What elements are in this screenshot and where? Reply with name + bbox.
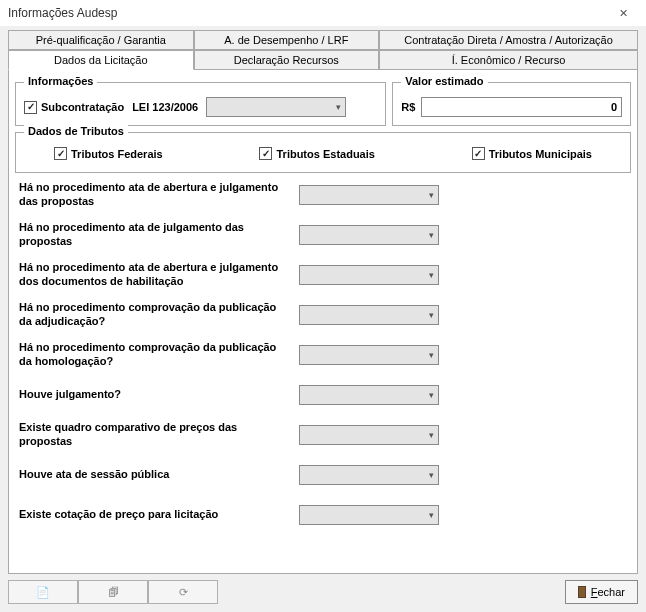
checkbox-tributos-municipais[interactable]: Tributos Municipais: [472, 147, 592, 160]
question-select-1[interactable]: ▾: [299, 225, 439, 245]
checkbox-federais-box: [54, 147, 67, 160]
question-row: Há no procedimento comprovação da public…: [19, 341, 627, 369]
question-row: Há no procedimento comprovação da public…: [19, 301, 627, 329]
questions-list: Há no procedimento ata de abertura e jul…: [15, 173, 631, 529]
question-label: Houve ata de sessão pública: [19, 468, 299, 482]
question-select-3[interactable]: ▾: [299, 305, 439, 325]
question-select-2[interactable]: ▾: [299, 265, 439, 285]
checkbox-federais-label: Tributos Federais: [71, 148, 163, 160]
question-select-4[interactable]: ▾: [299, 345, 439, 365]
checkbox-municipais-box: [472, 147, 485, 160]
fieldset-informacoes: Informações Subcontratação LEI 123/2006 …: [15, 82, 386, 126]
chevron-down-icon: ▾: [336, 102, 341, 112]
titlebar: Informações Audesp ✕: [0, 0, 646, 26]
checkbox-tributos-estaduais[interactable]: Tributos Estaduais: [259, 147, 374, 160]
close-button[interactable]: ✕: [608, 3, 638, 23]
checkbox-estaduais-box: [259, 147, 272, 160]
question-row: Há no procedimento ata de julgamento das…: [19, 221, 627, 249]
chevron-down-icon: ▾: [429, 390, 434, 400]
checkbox-subcontratacao-label: Subcontratação: [41, 101, 124, 113]
fechar-label: Fechar: [591, 586, 625, 598]
checkbox-estaduais-label: Tributos Estaduais: [276, 148, 374, 160]
checkbox-subcontratacao-box: [24, 101, 37, 114]
toolbar-button-1[interactable]: 📄: [8, 580, 78, 604]
question-row: Há no procedimento ata de abertura e jul…: [19, 261, 627, 289]
question-row: Houve ata de sessão pública ▾: [19, 461, 627, 489]
question-label: Há no procedimento ata de abertura e jul…: [19, 181, 299, 209]
legend-tributos: Dados de Tributos: [24, 125, 128, 137]
window: Informações Audesp ✕ Pré-qualificação / …: [0, 0, 646, 612]
chevron-down-icon: ▾: [429, 190, 434, 200]
tab-dados-licitacao[interactable]: Dados da Licitação: [8, 50, 194, 70]
legend-valor: Valor estimado: [401, 75, 487, 87]
question-label: Existe cotação de preço para licitação: [19, 508, 299, 522]
tab-content: Informações Subcontratação LEI 123/2006 …: [8, 70, 638, 574]
toolbar-button-2[interactable]: 🗐: [78, 580, 148, 604]
chevron-down-icon: ▾: [429, 470, 434, 480]
door-icon: [578, 586, 586, 598]
question-label: Há no procedimento ata de julgamento das…: [19, 221, 299, 249]
question-row: Houve julgamento? ▾: [19, 381, 627, 409]
question-row: Existe cotação de preço para licitação ▾: [19, 501, 627, 529]
question-label: Existe quadro comparativo de preços das …: [19, 421, 299, 449]
question-label: Há no procedimento ata de abertura e jul…: [19, 261, 299, 289]
checkbox-tributos-federais[interactable]: Tributos Federais: [54, 147, 163, 160]
toolbar-button-3[interactable]: ⟳: [148, 580, 218, 604]
legend-informacoes: Informações: [24, 75, 97, 87]
copy-icon: 🗐: [108, 586, 119, 598]
question-label: Há no procedimento comprovação da public…: [19, 301, 299, 329]
refresh-icon: ⟳: [179, 586, 188, 599]
question-label: Há no procedimento comprovação da public…: [19, 341, 299, 369]
question-select-5[interactable]: ▾: [299, 385, 439, 405]
currency-label: R$: [401, 101, 415, 113]
footer: 📄 🗐 ⟳ Fechar: [0, 574, 646, 612]
chevron-down-icon: ▾: [429, 230, 434, 240]
tab-desempenho-lrf[interactable]: A. de Desempenho / LRF: [194, 30, 380, 50]
tab-economico-recurso[interactable]: Í. Econômico / Recurso: [379, 50, 638, 70]
informacoes-inner: Subcontratação LEI 123/2006 ▾: [24, 91, 377, 117]
checkbox-municipais-label: Tributos Municipais: [489, 148, 592, 160]
fechar-button[interactable]: Fechar: [565, 580, 638, 604]
tab-prequalificacao[interactable]: Pré-qualificação / Garantia: [8, 30, 194, 50]
lei-label: LEI 123/2006: [132, 101, 198, 113]
chevron-down-icon: ▾: [429, 350, 434, 360]
checkbox-subcontratacao[interactable]: Subcontratação: [24, 101, 124, 114]
document-icon: 📄: [36, 586, 50, 599]
question-row: Há no procedimento ata de abertura e jul…: [19, 181, 627, 209]
question-select-0[interactable]: ▾: [299, 185, 439, 205]
chevron-down-icon: ▾: [429, 430, 434, 440]
chevron-down-icon: ▾: [429, 270, 434, 280]
question-label: Houve julgamento?: [19, 388, 299, 402]
question-select-6[interactable]: ▾: [299, 425, 439, 445]
question-select-7[interactable]: ▾: [299, 465, 439, 485]
chevron-down-icon: ▾: [429, 310, 434, 320]
select-lei-123-2006[interactable]: ▾: [206, 97, 346, 117]
chevron-down-icon: ▾: [429, 510, 434, 520]
tab-container: Pré-qualificação / Garantia A. de Desemp…: [0, 26, 646, 70]
tab-row-1: Pré-qualificação / Garantia A. de Desemp…: [8, 30, 638, 50]
top-row: Informações Subcontratação LEI 123/2006 …: [15, 76, 631, 126]
valor-inner: R$ 0: [401, 91, 622, 117]
question-row: Existe quadro comparativo de preços das …: [19, 421, 627, 449]
question-select-8[interactable]: ▾: [299, 505, 439, 525]
fieldset-valor-estimado: Valor estimado R$ 0: [392, 82, 631, 126]
valor-input[interactable]: 0: [421, 97, 622, 117]
window-title: Informações Audesp: [8, 6, 117, 20]
footer-toolbar: 📄 🗐 ⟳: [8, 580, 218, 604]
tab-contratacao-direta[interactable]: Contratação Direta / Amostra / Autorizaç…: [379, 30, 638, 50]
tab-declaracao-recursos[interactable]: Declaração Recursos: [194, 50, 380, 70]
tab-row-2: Dados da Licitação Declaração Recursos Í…: [8, 50, 638, 70]
fieldset-tributos: Dados de Tributos Tributos Federais Trib…: [15, 132, 631, 173]
close-icon: ✕: [619, 7, 628, 20]
tributos-inner: Tributos Federais Tributos Estaduais Tri…: [24, 141, 622, 164]
